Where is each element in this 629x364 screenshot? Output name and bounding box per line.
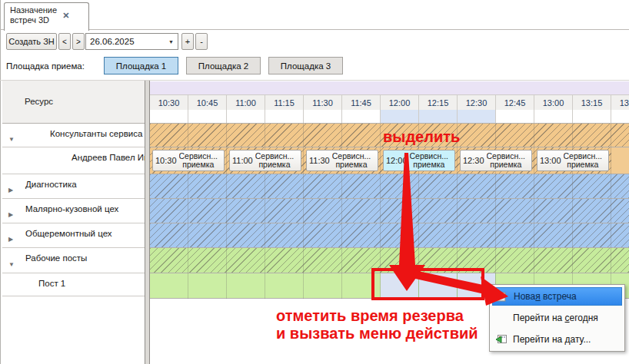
- expand-icon[interactable]: ▼: [8, 136, 15, 143]
- resource-panel: Ресурс ▼ Консультанты сервиса Андреев Па…: [2, 81, 145, 364]
- menu-item-go-today[interactable]: Перейти на сегодня: [492, 309, 622, 327]
- resource-row-paint-body-shop[interactable]: ▶ Малярно-кузовной цех: [2, 199, 145, 223]
- zoom-out-button[interactable]: -: [195, 33, 208, 50]
- appointment-block[interactable]: 12:30 Сервисн... приемка: [460, 150, 532, 171]
- appointment-time: 12:30: [463, 156, 484, 165]
- time-slot-cell[interactable]: [265, 110, 304, 123]
- time-slot-cell[interactable]: [227, 110, 265, 123]
- label-part: встреча: [541, 291, 577, 302]
- time-slot-label: 11:45: [342, 95, 381, 110]
- panel-splitter[interactable]: [145, 81, 150, 364]
- appointment-title-line2: приемка: [567, 160, 598, 169]
- menu-item-label: Новая встреча: [514, 291, 577, 302]
- date-band: [150, 81, 629, 95]
- menu-item-go-to-date[interactable]: Перейти на дату...: [492, 330, 622, 349]
- date-picker[interactable]: 26.06.2025 ▼: [85, 33, 178, 50]
- time-slot-cell[interactable]: [534, 110, 573, 123]
- time-slot-label: 11:15: [265, 95, 304, 110]
- label-part: ату...: [571, 334, 591, 345]
- appointment-time: 11:30: [309, 156, 330, 165]
- time-slot-label: 13:00: [534, 95, 573, 110]
- time-slot-cell-selected[interactable]: [381, 110, 419, 123]
- resource-row-post-1[interactable]: Пост 1: [2, 273, 145, 296]
- time-slot-label: 12:15: [419, 95, 458, 110]
- prev-day-button[interactable]: <: [58, 33, 71, 50]
- time-slot-cell[interactable]: [188, 110, 227, 123]
- resource-label: Рабочие посты: [25, 253, 87, 263]
- appointment-title-line2: приемка: [490, 160, 521, 169]
- time-slot-label: 11:00: [227, 95, 265, 110]
- context-menu: Новая встреча Перейти на сегодня Перейти…: [489, 284, 625, 352]
- time-slot-cell-selected[interactable]: [458, 110, 496, 123]
- go-to-date-icon: [495, 334, 508, 345]
- site-button-1[interactable]: Площадка 1: [104, 57, 178, 74]
- time-slot-cell[interactable]: [611, 110, 629, 123]
- time-slot-cell-selected[interactable]: [419, 110, 458, 123]
- resource-row-diagnostics[interactable]: ▶ Диагностика: [2, 174, 145, 199]
- time-slot-label: 13:15: [573, 95, 611, 110]
- appointment-time: 11:00: [232, 156, 253, 165]
- chevron-down-icon[interactable]: ▼: [168, 39, 174, 45]
- close-icon[interactable]: ✕: [62, 11, 69, 21]
- appointment-title: Сервисн... приемка: [255, 152, 295, 169]
- scheduler-row-paint-body-shop[interactable]: [150, 199, 629, 223]
- scheduler-row-andreev[interactable]: 10:30 Сервисн... приемка 11:00 Сервисн..…: [150, 147, 629, 174]
- appointment-title-line2: приемка: [413, 160, 444, 169]
- time-header-row: 10:30 10:45 11:00 11:15 11:30 11:45 12:0…: [150, 95, 629, 110]
- tab-title-line1: Назначение: [10, 5, 57, 15]
- time-slot-cell[interactable]: [496, 110, 534, 123]
- appointment-block[interactable]: 11:30 Сервисн... приемка: [306, 150, 378, 171]
- appointment-block[interactable]: 10:30 Сервисн... приемка: [152, 150, 225, 171]
- appointment-time: 12:00: [386, 156, 408, 165]
- appointment-title: Сервисн... приемка: [332, 152, 371, 169]
- time-slot-cell[interactable]: [150, 110, 188, 123]
- time-slot-cell[interactable]: [342, 110, 381, 123]
- appointment-title: Сервисн... приемка: [179, 152, 218, 169]
- resource-row-work-posts[interactable]: ▼ Рабочие посты: [2, 248, 145, 273]
- appointment-title: Сервисн... приемка: [487, 152, 526, 169]
- collapse-icon[interactable]: ▶: [8, 187, 13, 194]
- resource-label: Малярно-кузовной цех: [25, 204, 118, 213]
- time-slot-label: 12:00: [381, 95, 419, 110]
- label-part: егодня: [570, 313, 598, 323]
- appointment-time: 13:00: [540, 156, 561, 165]
- tab-title-line2: встреч 3D: [10, 15, 57, 25]
- label-part: Нова: [514, 291, 535, 302]
- expand-icon[interactable]: ▼: [8, 261, 15, 268]
- tab-appointments-3d[interactable]: Назначение встреч 3D ✕: [4, 2, 89, 31]
- time-slot-label: 10:30: [150, 95, 188, 110]
- menu-item-label: Перейти на дату...: [513, 334, 591, 345]
- collapse-icon[interactable]: ▶: [8, 236, 13, 243]
- appointment-block[interactable]: 13:00 Сервисн... приемка: [537, 150, 609, 171]
- resource-label: Общеремонтный цех: [25, 229, 112, 238]
- appointment-title: Сервисн... приемка: [410, 152, 449, 169]
- appointment-title-line2: приемка: [258, 160, 290, 169]
- scheduler-row-general-repair[interactable]: [150, 223, 629, 248]
- resource-row-consultants[interactable]: ▼ Консультанты сервиса: [2, 124, 145, 147]
- site-bar-label: Площадка приема:: [6, 61, 85, 71]
- scheduler-row-consultants[interactable]: [150, 124, 629, 147]
- appointment-block[interactable]: 11:00 Сервисн... приемка: [229, 150, 301, 171]
- site-button-3[interactable]: Площадка 3: [268, 57, 343, 74]
- resource-row-general-repair[interactable]: ▶ Общеремонтный цех: [2, 223, 145, 248]
- time-slot-label: 12:30: [458, 95, 496, 110]
- reserved-time-selection[interactable]: [381, 273, 496, 298]
- next-day-button[interactable]: >: [72, 33, 85, 50]
- scheduler-row-work-posts[interactable]: [150, 248, 629, 273]
- create-order-button[interactable]: Создать ЗН: [6, 33, 57, 50]
- appointment-title-line2: приемка: [335, 160, 367, 169]
- appointment-block-selected[interactable]: 12:00 Сервисн... приемка: [383, 150, 455, 171]
- scheduler-row-diagnostics[interactable]: [150, 174, 629, 199]
- site-button-2[interactable]: Площадка 2: [186, 57, 261, 74]
- resource-column-header: Ресурс: [2, 81, 145, 124]
- resource-row-andreev[interactable]: Андреев Павел Игоревич: [2, 147, 145, 174]
- time-slot-cell[interactable]: [304, 110, 342, 123]
- menu-item-new-appointment[interactable]: Новая встреча: [492, 287, 622, 306]
- collapse-icon[interactable]: ▶: [8, 211, 13, 218]
- resource-label: Диагностика: [25, 180, 77, 189]
- time-slot-cell[interactable]: [573, 110, 611, 123]
- appointment-time: 10:30: [155, 156, 177, 165]
- zoom-in-button[interactable]: +: [181, 33, 194, 50]
- time-slot-label: 10:45: [188, 95, 227, 110]
- date-value: 26.06.2025: [90, 37, 135, 46]
